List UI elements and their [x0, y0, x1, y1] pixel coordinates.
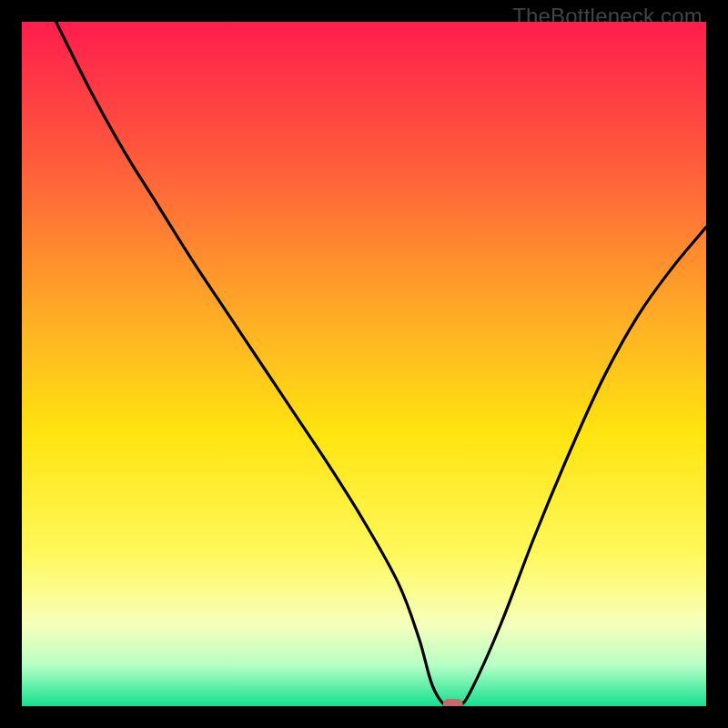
bottleneck-chart — [22, 22, 706, 706]
optimal-point-marker — [443, 699, 463, 706]
chart-frame: TheBottleneck.com — [0, 0, 728, 728]
plot-area — [22, 22, 706, 706]
gradient-background — [22, 22, 706, 706]
